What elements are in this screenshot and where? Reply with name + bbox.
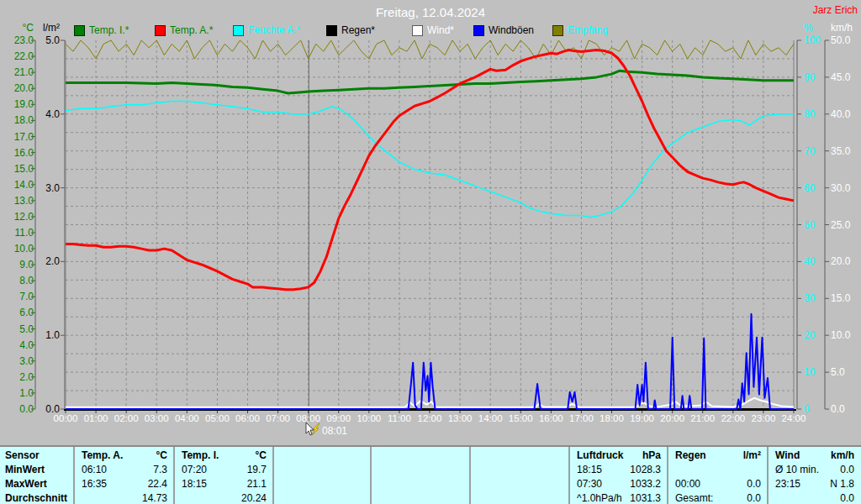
cell-time xyxy=(277,478,281,491)
y-axis-rain: 0.01.02.03.04.05.0l/m² xyxy=(43,22,65,415)
y-tick-label: 30.0 xyxy=(831,182,851,194)
table-cell xyxy=(374,492,463,504)
legend-label: Empfang xyxy=(568,24,608,36)
cell-time xyxy=(473,464,478,476)
table-cell xyxy=(473,492,563,504)
x-tick-label: 10:00 xyxy=(357,413,381,423)
y-tick-label: 4.0 xyxy=(19,339,34,351)
cell-value: °C xyxy=(156,449,167,462)
x-tick-label: 07:00 xyxy=(266,413,290,423)
y-tick-label: 50 xyxy=(804,219,816,231)
y-tick-label: 70 xyxy=(804,145,816,157)
x-tick-label: 04:00 xyxy=(175,413,199,423)
legend-label: Regen* xyxy=(341,24,375,36)
x-tick-label: 14:00 xyxy=(478,413,503,423)
x-tick-label: 16:00 xyxy=(539,413,563,423)
legend-label: Windböen xyxy=(489,24,534,36)
table-header-cell xyxy=(374,449,463,462)
cell-time xyxy=(473,449,478,462)
table-cell: 00:000.0 xyxy=(671,478,761,491)
y-tick-label: 1.0 xyxy=(19,387,34,399)
cell-value: 0.0 xyxy=(747,492,761,504)
table-header-cell: LuftdruckhPa xyxy=(573,449,661,462)
legend-item-windb-en[interactable]: Windböen xyxy=(473,24,534,36)
table-separator xyxy=(73,447,75,504)
table-cell xyxy=(374,478,463,491)
x-tick-label: 00:00 xyxy=(54,413,78,423)
y-tick-label: 20 xyxy=(804,329,816,341)
y-tick-label: 16.0 xyxy=(14,147,34,159)
y-tick-label: 10 xyxy=(804,366,816,378)
table-cell: 23:15N 1.8 xyxy=(771,478,854,491)
y-tick-label: 10.0 xyxy=(14,243,34,255)
cell-value: 0.0 xyxy=(840,464,854,476)
cursor-pointer-icon xyxy=(306,423,314,435)
table-header-cell xyxy=(277,449,364,462)
y-tick-label: 3.0 xyxy=(19,355,34,367)
y-tick-label: 2.0 xyxy=(45,255,60,267)
y-tick-label: 13.0 xyxy=(14,195,34,207)
y-tick-label: 7.0 xyxy=(19,291,34,302)
x-tick-label: 06:00 xyxy=(235,413,260,423)
table-row-label: MinWert xyxy=(5,464,45,476)
y-axis-temp: 0.01.02.03.04.05.06.07.08.09.010.011.012… xyxy=(14,22,35,415)
table-row-label: Sensor xyxy=(5,449,40,462)
legend-swatch-icon xyxy=(412,25,423,36)
legend-item-regen[interactable]: Regen* xyxy=(326,24,375,36)
legend-swatch-icon xyxy=(326,25,337,36)
cell-time xyxy=(374,478,378,491)
cell-time xyxy=(374,464,378,476)
cell-time: Luftdruck xyxy=(573,449,623,462)
x-tick-label: 08:00 xyxy=(296,413,320,423)
x-tick-label: 01:00 xyxy=(84,413,108,423)
y-tick-label: 60 xyxy=(804,182,816,194)
table-cell xyxy=(277,464,364,476)
cell-value: 1031.3 xyxy=(630,492,661,504)
table-separator xyxy=(767,447,769,504)
legend-label: Wind* xyxy=(427,24,454,36)
weather-station-window: 0.01.02.03.04.05.06.07.08.09.010.011.012… xyxy=(0,0,861,504)
cell-time xyxy=(473,492,478,504)
cell-value: km/h xyxy=(831,449,854,462)
cell-time: 23:15 xyxy=(771,478,800,491)
x-tick-label: 05:00 xyxy=(205,413,230,423)
legend-item-temp-i[interactable]: Temp. I.* xyxy=(74,24,129,36)
legend-item-temp-a[interactable]: Temp. A.* xyxy=(155,24,213,36)
table-cell: 18:1521.1 xyxy=(177,478,267,491)
x-tick-label: 12:00 xyxy=(418,413,442,423)
y-tick-label: 30 xyxy=(804,292,816,304)
table-header-cell: Temp. I.°C xyxy=(177,449,267,462)
weather-chart[interactable]: 0.01.02.03.04.05.06.07.08.09.010.011.012… xyxy=(0,0,861,445)
x-tick-label: 15:00 xyxy=(509,413,533,423)
cell-value: °C xyxy=(256,449,267,462)
legend-swatch-icon xyxy=(233,25,244,36)
y-tick-label: 40.0 xyxy=(831,108,851,120)
y-tick-label: 0.0 xyxy=(19,403,34,415)
legend-item-wind[interactable]: Wind* xyxy=(412,24,454,36)
cell-time: Gesamt: xyxy=(671,492,713,504)
y-tick-label: 35.0 xyxy=(831,145,851,157)
cell-time: Regen xyxy=(671,449,706,462)
cell-time xyxy=(671,464,675,476)
x-tick-label: 17:00 xyxy=(569,413,594,423)
y-tick-label: 9.0 xyxy=(19,259,34,270)
y-tick-label: 20.0 xyxy=(831,255,851,267)
cell-value: 19.7 xyxy=(247,464,267,476)
cell-value: 7.3 xyxy=(153,464,167,476)
cell-time: 00:00 xyxy=(671,478,700,491)
legend-label: Feuchte A.* xyxy=(248,24,300,36)
table-cell: 06:107.3 xyxy=(77,464,167,476)
x-axis: 00:0001:0002:0003:0004:0005:0006:0007:00… xyxy=(54,411,806,423)
x-tick-label: 03:00 xyxy=(145,413,169,423)
x-tick-label: 09:00 xyxy=(326,413,351,423)
table-cell: Gesamt:0.0 xyxy=(671,492,761,504)
legend-item-empfang[interactable]: Empfang xyxy=(552,24,608,36)
table-cell xyxy=(671,464,761,476)
legend-item-feuchte-a[interactable]: Feuchte A.* xyxy=(233,24,300,36)
table-separator xyxy=(469,447,471,504)
cell-value: 22.4 xyxy=(148,478,167,491)
cell-value: 21.1 xyxy=(247,478,267,491)
y-tick-label: 2.0 xyxy=(19,371,34,383)
y-tick-label: 20.0 xyxy=(14,82,34,94)
cursor-lightning-icon xyxy=(312,423,320,435)
